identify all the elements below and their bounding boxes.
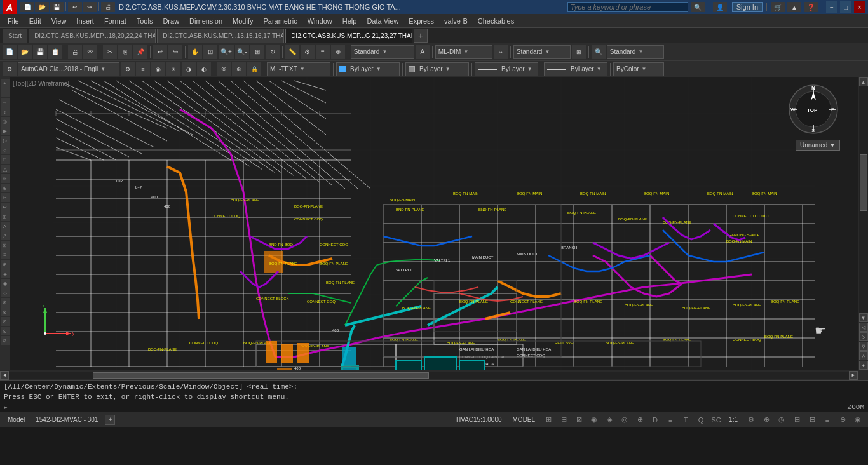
- anno-scale-btn[interactable]: ⊕: [760, 414, 773, 426]
- menu-window[interactable]: Window: [302, 16, 337, 26]
- tb-open[interactable]: 📂: [18, 45, 32, 59]
- tb-preview[interactable]: 👁: [83, 45, 97, 59]
- tb-properties[interactable]: ⚙: [301, 45, 315, 59]
- isnap-toggle[interactable]: ◈: [603, 414, 616, 426]
- menu-checkables[interactable]: Checkables: [473, 16, 519, 26]
- tab-2[interactable]: DI2.CTC.ASB.KUS.MEP...13,15,16,17 THAP 1…: [157, 29, 284, 43]
- menu-view[interactable]: View: [46, 16, 72, 26]
- menu-tools[interactable]: Tools: [132, 16, 158, 26]
- side-btn4[interactable]: △: [859, 351, 868, 360]
- lt-btn1[interactable]: +: [1, 79, 10, 88]
- lt-btn17[interactable]: ↗: [1, 231, 10, 240]
- text-style-dropdown[interactable]: Standard ▼: [351, 45, 414, 59]
- lt-btn19[interactable]: ≡: [1, 250, 10, 259]
- tab-3-active[interactable]: DI2.CTC.ASB.KUS.MEP...G 21,23,27 THAP 1*…: [285, 29, 412, 43]
- menu-parametric[interactable]: Parametric: [258, 16, 302, 26]
- scroll-left-arrow[interactable]: ◄: [0, 371, 9, 380]
- side-btn1[interactable]: ◁: [859, 323, 868, 332]
- tb-undo[interactable]: ↩: [153, 45, 167, 59]
- lt-btn26[interactable]: ⊘: [1, 317, 10, 326]
- isolate-btn[interactable]: ⊞: [790, 414, 803, 426]
- menu-edit[interactable]: Edit: [24, 16, 46, 26]
- save-btn[interactable]: 💾: [50, 2, 64, 12]
- lt-btn13[interactable]: ✂: [1, 193, 10, 202]
- text-override-dropdown[interactable]: ML-TEXT ▼: [267, 62, 330, 76]
- lt-btn27[interactable]: ⊙: [1, 327, 10, 335]
- lt-btn24[interactable]: ⊛: [1, 298, 10, 307]
- sc-toggle[interactable]: SC: [710, 414, 722, 426]
- cad-drawing[interactable]: BOQ-FN-MAIN BOQ-FN-MAIN BOQ-FN-MAIN BOQ-…: [10, 78, 858, 370]
- scale-display[interactable]: HVAC15:1.0000: [452, 414, 506, 426]
- tb-workspace-btn6[interactable]: ◑: [182, 62, 196, 76]
- menu-file[interactable]: File: [3, 16, 24, 26]
- tb-workspace-btn7[interactable]: ◐: [197, 62, 211, 76]
- expand-icon[interactable]: ▲: [787, 2, 801, 12]
- lt-btn12[interactable]: ⊕: [1, 184, 10, 192]
- dyn-toggle[interactable]: D: [649, 414, 661, 426]
- lt-btn3[interactable]: ↔: [1, 98, 10, 107]
- vp-btn[interactable]: ◉: [851, 414, 864, 426]
- lt-btn22[interactable]: ◆: [1, 279, 10, 288]
- grid-toggle[interactable]: ⊞: [542, 414, 555, 426]
- app-icon[interactable]: A: [3, 0, 17, 14]
- tab-1[interactable]: DI2.CTC.ASB.KUS.MEP...18,20,22,24 THAP 1…: [29, 29, 156, 43]
- lt-btn9[interactable]: □: [1, 155, 10, 164]
- search-icon[interactable]: 🔍: [691, 2, 705, 12]
- menu-dimension[interactable]: Dimension: [184, 16, 227, 26]
- tb-saveas[interactable]: 📋: [48, 45, 62, 59]
- canvas-area[interactable]: [Top][2D Wireframe]: [10, 78, 858, 370]
- tb-measure[interactable]: 📏: [285, 45, 299, 59]
- menu-dataview[interactable]: Data View: [362, 16, 403, 26]
- menu-format[interactable]: Format: [99, 16, 132, 26]
- tb-workspace-btn2[interactable]: ⚙: [121, 62, 135, 76]
- lt-btn7[interactable]: ▷: [1, 136, 10, 145]
- lt-btn10[interactable]: △: [1, 165, 10, 173]
- lt-btn2[interactable]: −: [1, 88, 10, 97]
- tp-toggle[interactable]: T: [679, 414, 692, 426]
- tb-workspace-btn3[interactable]: ≡: [136, 62, 150, 76]
- user-icon[interactable]: 👤: [713, 2, 727, 12]
- lt-btn6[interactable]: ▶: [1, 126, 10, 135]
- tb-workspace-settings[interactable]: ⚙: [3, 62, 17, 76]
- add-tab-btn[interactable]: +: [105, 415, 115, 425]
- polar-toggle[interactable]: ◉: [588, 414, 600, 426]
- otrack-toggle[interactable]: ◎: [618, 414, 631, 426]
- search-input[interactable]: [567, 2, 688, 12]
- tb-workspace-btn5[interactable]: ☀: [166, 62, 180, 76]
- minimize-button[interactable]: −: [826, 1, 837, 13]
- settings-btn[interactable]: ⚙: [745, 414, 757, 426]
- model-btn[interactable]: MODEL: [509, 414, 540, 426]
- sign-in-button[interactable]: Sign In: [732, 2, 763, 12]
- menu-insert[interactable]: Insert: [71, 16, 99, 26]
- side-btn5[interactable]: +: [859, 361, 868, 370]
- tb-new[interactable]: 📄: [3, 45, 17, 59]
- layer-dropdown[interactable]: ByLayer ▼: [336, 62, 400, 76]
- lineweight-dropdown[interactable]: ByLayer ▼: [544, 62, 607, 76]
- new-btn[interactable]: 📄: [20, 2, 34, 12]
- table-style-dropdown[interactable]: Standard ▼: [513, 45, 571, 59]
- lt-btn16[interactable]: A: [1, 222, 10, 231]
- lt-btn8[interactable]: ○: [1, 145, 10, 154]
- tb-zoom-extent[interactable]: ⊡: [203, 45, 217, 59]
- tb-dimstyle-mgr[interactable]: ↔: [494, 45, 508, 59]
- close-button[interactable]: ×: [854, 1, 865, 13]
- print-btn[interactable]: 🖨: [101, 2, 115, 12]
- lt-btn14[interactable]: ↩: [1, 203, 10, 212]
- ortho-toggle[interactable]: ⊠: [573, 414, 585, 426]
- lt-btn4[interactable]: ↕: [1, 107, 10, 116]
- tb-paste[interactable]: 📌: [133, 45, 147, 59]
- workspace-dropdown[interactable]: AutoCAD Cla...2018 - Engli ▼: [18, 62, 119, 76]
- menu-express[interactable]: Express: [403, 16, 439, 26]
- scroll-up-arrow[interactable]: ▲: [859, 78, 868, 86]
- ws-btn[interactable]: ⊟: [806, 414, 818, 426]
- tb-layers[interactable]: ≡: [316, 45, 330, 59]
- restore-button[interactable]: □: [840, 1, 851, 13]
- color-dropdown[interactable]: ByLayer ▼: [405, 62, 469, 76]
- tb-pan[interactable]: ✋: [188, 45, 202, 59]
- lt-btn21[interactable]: ◈: [1, 269, 10, 278]
- lt-btn15[interactable]: ⊞: [1, 212, 10, 221]
- tb-save[interactable]: 💾: [33, 45, 47, 59]
- lt-btn18[interactable]: ⊡: [1, 241, 10, 250]
- menu-draw[interactable]: Draw: [158, 16, 184, 26]
- ducs-toggle[interactable]: ⊕: [634, 414, 646, 426]
